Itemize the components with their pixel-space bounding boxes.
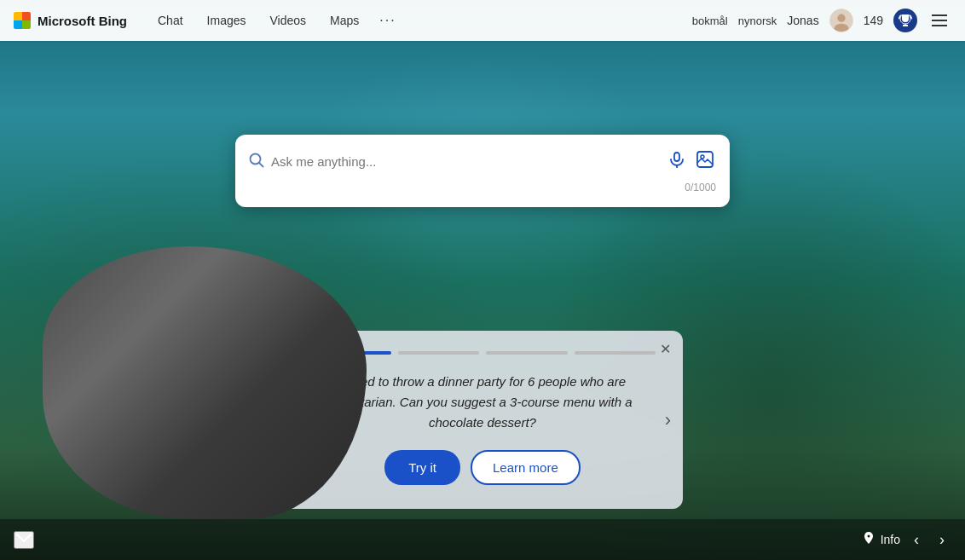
navbar-right: bokmål nynorsk Jonas 149 bbox=[692, 9, 951, 32]
progress-dot-4 bbox=[575, 351, 656, 355]
search-container: 0/1000 bbox=[235, 135, 730, 207]
search-input[interactable] bbox=[271, 154, 660, 169]
nav-more-dots[interactable]: ··· bbox=[373, 9, 402, 32]
user-avatar[interactable] bbox=[829, 9, 853, 32]
next-button[interactable]: › bbox=[662, 406, 674, 435]
bottom-prev-button[interactable]: ‹ bbox=[907, 528, 926, 552]
bing-logo-icon bbox=[14, 12, 31, 29]
progress-dot-3 bbox=[486, 351, 568, 355]
nav-chat[interactable]: Chat bbox=[147, 10, 194, 31]
try-it-button[interactable]: Try it bbox=[384, 450, 460, 485]
image-search-button[interactable] bbox=[694, 148, 716, 175]
search-input-row bbox=[249, 148, 716, 175]
learn-more-button[interactable]: Learn more bbox=[471, 450, 581, 485]
seal-body bbox=[43, 246, 367, 519]
svg-rect-3 bbox=[903, 25, 908, 26]
hamburger-menu[interactable] bbox=[927, 9, 951, 32]
nav-images[interactable]: Images bbox=[197, 10, 257, 31]
username-label: Jonas bbox=[787, 14, 818, 27]
svg-rect-6 bbox=[674, 153, 679, 161]
search-actions bbox=[667, 148, 716, 175]
info-button[interactable]: Info bbox=[862, 531, 900, 548]
svg-point-1 bbox=[837, 14, 845, 22]
progress-dot-2 bbox=[398, 351, 480, 355]
bottom-bar: Info ‹ › bbox=[0, 519, 965, 560]
lang-nynorsk[interactable]: nynorsk bbox=[738, 14, 777, 27]
nav-maps[interactable]: Maps bbox=[320, 10, 369, 31]
nav-links: Chat Images Videos Maps ··· bbox=[147, 9, 692, 32]
navbar: Microsoft Bing Chat Images Videos Maps ·… bbox=[0, 0, 965, 41]
lang-bokmal[interactable]: bokmål bbox=[692, 14, 728, 27]
char-count: 0/1000 bbox=[249, 182, 716, 193]
svg-line-5 bbox=[259, 163, 263, 167]
info-label: Info bbox=[881, 533, 900, 546]
bottom-next-button[interactable]: › bbox=[933, 528, 951, 552]
points-count: 149 bbox=[864, 14, 883, 27]
seal-decoration bbox=[0, 221, 384, 519]
logo-area[interactable]: Microsoft Bing bbox=[14, 12, 127, 29]
brand-name: Microsoft Bing bbox=[38, 14, 127, 28]
trophy-button[interactable] bbox=[893, 9, 917, 32]
svg-rect-8 bbox=[697, 152, 713, 167]
search-icon bbox=[249, 153, 264, 171]
location-icon bbox=[862, 531, 875, 548]
bottom-right-controls: Info ‹ › bbox=[862, 528, 951, 552]
close-button[interactable]: ✕ bbox=[660, 341, 671, 357]
scroll-down-button[interactable] bbox=[14, 531, 34, 549]
microphone-button[interactable] bbox=[667, 149, 687, 174]
nav-videos[interactable]: Videos bbox=[260, 10, 317, 31]
